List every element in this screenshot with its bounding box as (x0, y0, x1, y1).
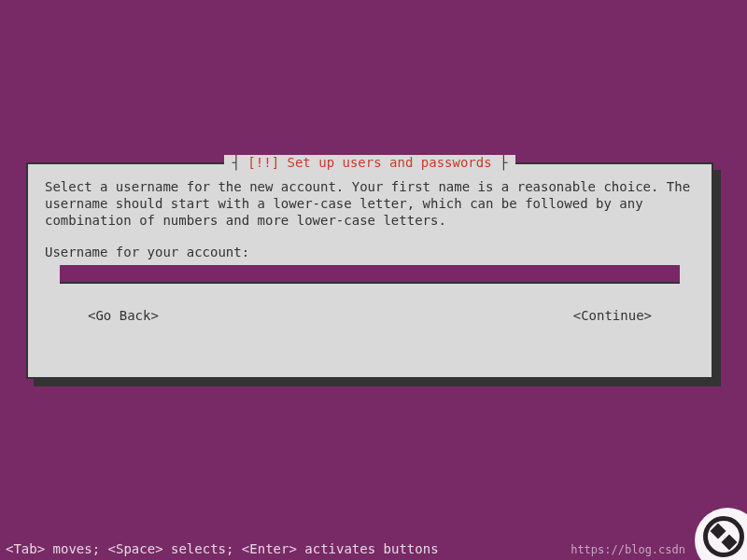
username-input[interactable] (60, 265, 680, 284)
instruction-text: Select a username for the new account. Y… (45, 179, 695, 230)
dialog-title-wrap: ┤ [!!] Set up users and passwords ├ (28, 155, 712, 170)
installer-dialog: ┤ [!!] Set up users and passwords ├ Sele… (26, 162, 713, 379)
title-priority: [!!] (247, 155, 279, 170)
watermark-icon (703, 516, 744, 557)
title-text: Set up users and passwords (288, 155, 492, 170)
help-bar: <Tab> moves; <Space> selects; <Enter> ac… (0, 538, 747, 560)
go-back-button[interactable]: <Go Back> (88, 308, 159, 323)
watermark-logo: 创新互联 (695, 508, 747, 560)
dialog-title: ┤ [!!] Set up users and passwords ├ (224, 155, 514, 170)
button-row: <Go Back> <Continue> (45, 308, 695, 323)
title-bracket-close: ├ (492, 155, 508, 170)
title-bracket-open: ┤ (232, 155, 247, 170)
continue-button[interactable]: <Continue> (573, 308, 652, 323)
dialog-body: Select a username for the new account. Y… (28, 164, 712, 332)
username-label: Username for your account: (45, 245, 695, 259)
help-text: <Tab> moves; <Space> selects; <Enter> ac… (6, 541, 571, 556)
